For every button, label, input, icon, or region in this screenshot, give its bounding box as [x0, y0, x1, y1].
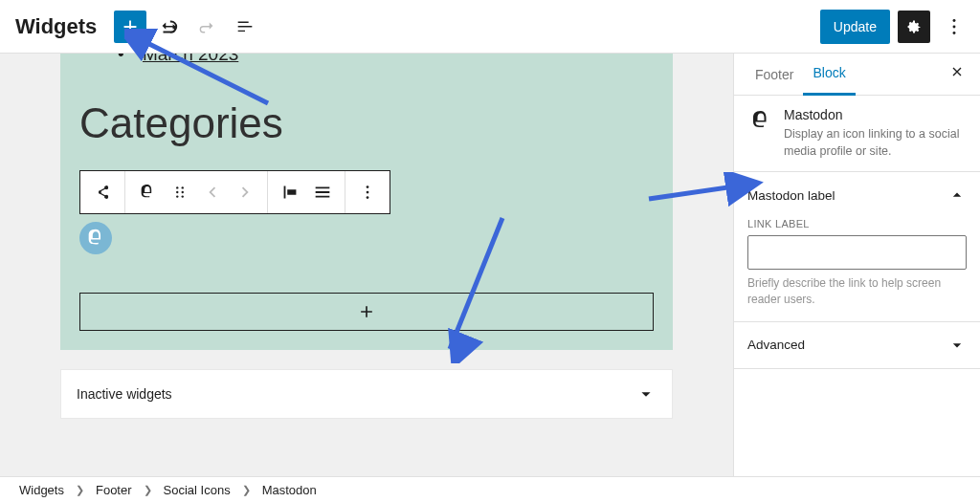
- svg-point-7: [176, 195, 178, 197]
- svg-point-5: [176, 191, 178, 193]
- footer-widget-area: March 2023 Categories: [60, 54, 673, 350]
- categories-heading: Categories: [79, 65, 654, 170]
- toolbar-left-group: [114, 11, 261, 43]
- inactive-widgets-label: Inactive widgets: [77, 386, 172, 402]
- top-toolbar: Widgets Update: [0, 0, 980, 54]
- svg-point-3: [176, 186, 178, 188]
- archive-list-item: March 2023: [79, 54, 654, 65]
- label-panel-header[interactable]: Mastodon label: [734, 172, 980, 218]
- close-icon: [949, 64, 965, 79]
- svg-point-0: [953, 19, 956, 22]
- editor-canvas: March 2023 Categories: [0, 54, 733, 476]
- chevron-down-icon: [635, 383, 657, 404]
- tab-block[interactable]: Block: [803, 54, 855, 96]
- settings-button[interactable]: [898, 11, 930, 43]
- settings-sidebar: Footer Block Mastodon Display an icon li…: [733, 54, 980, 476]
- svg-point-2: [953, 31, 956, 33]
- add-block-appender[interactable]: [79, 293, 654, 331]
- page-title: Widgets: [10, 14, 97, 39]
- link-label-caption: LINK LABEL: [747, 218, 967, 229]
- block-card-title: Mastodon: [784, 107, 967, 122]
- tab-footer[interactable]: Footer: [746, 54, 803, 96]
- svg-point-1: [953, 25, 956, 28]
- advanced-panel-header[interactable]: Advanced: [734, 322, 980, 368]
- mastodon-icon: [747, 107, 774, 134]
- more-vertical-icon: [357, 182, 378, 203]
- redo-icon: [196, 16, 217, 37]
- label-panel: Mastodon label LINK LABEL Briefly descri…: [734, 172, 980, 322]
- list-view-icon: [234, 16, 256, 37]
- crumb-footer[interactable]: Footer: [96, 483, 132, 497]
- move-left-button[interactable]: [196, 176, 229, 208]
- plus-icon: [120, 16, 141, 37]
- archive-link[interactable]: March 2023: [143, 54, 238, 64]
- advanced-panel-title: Advanced: [747, 338, 805, 352]
- crumb-widgets[interactable]: Widgets: [19, 483, 64, 497]
- link-label-help: Briefly describe the link to help screen…: [747, 275, 967, 308]
- chevron-right-icon: ❯: [242, 484, 251, 496]
- svg-point-6: [182, 191, 184, 193]
- inactive-widgets-panel[interactable]: Inactive widgets: [60, 369, 673, 419]
- main-area: March 2023 Categories: [0, 54, 980, 476]
- more-vertical-icon: [944, 16, 965, 37]
- block-card: Mastodon Display an icon linking to a so…: [734, 96, 980, 172]
- block-card-description: Display an icon linking to a social medi…: [784, 126, 967, 160]
- update-button[interactable]: Update: [820, 10, 890, 44]
- close-sidebar-button[interactable]: [946, 60, 969, 88]
- parent-block-button[interactable]: [86, 176, 119, 208]
- drag-handle[interactable]: [164, 176, 196, 208]
- options-button[interactable]: [938, 11, 970, 43]
- svg-point-8: [182, 195, 184, 197]
- toolbar-right-group: Update: [820, 10, 970, 44]
- chevron-left-icon: [202, 182, 223, 203]
- mastodon-social-icon[interactable]: [79, 222, 112, 254]
- align-button[interactable]: [274, 176, 306, 208]
- svg-point-4: [182, 186, 184, 188]
- svg-point-11: [367, 196, 369, 199]
- chevron-right-icon: ❯: [144, 484, 152, 496]
- undo-button[interactable]: [152, 11, 185, 43]
- sidebar-tabs: Footer Block: [734, 54, 980, 96]
- drag-icon: [169, 182, 190, 203]
- svg-point-9: [367, 186, 369, 188]
- chevron-up-icon: [947, 186, 967, 205]
- gear-icon: [903, 16, 924, 37]
- breadcrumb-bar: Widgets ❯ Footer ❯ Social Icons ❯ Mastod…: [0, 476, 980, 502]
- redo-button[interactable]: [190, 11, 223, 43]
- mastodon-icon: [85, 228, 106, 249]
- chevron-down-icon: [947, 336, 967, 355]
- justify-icon: [312, 182, 333, 203]
- undo-icon: [158, 16, 179, 37]
- move-right-button[interactable]: [229, 176, 261, 208]
- share-icon: [92, 182, 113, 203]
- chevron-right-icon: [234, 182, 256, 203]
- advanced-panel: Advanced: [734, 322, 980, 369]
- label-panel-title: Mastodon label: [747, 188, 835, 203]
- block-type-button[interactable]: [131, 176, 164, 208]
- mastodon-icon: [137, 182, 158, 203]
- link-label-input[interactable]: [747, 235, 967, 270]
- block-options-button[interactable]: [351, 176, 384, 208]
- add-block-button[interactable]: [114, 11, 146, 43]
- justify-button[interactable]: [306, 176, 339, 208]
- chevron-right-icon: ❯: [76, 484, 84, 496]
- block-toolbar: [79, 170, 390, 214]
- plus-icon: [357, 302, 376, 321]
- align-left-icon: [279, 182, 301, 203]
- list-view-button[interactable]: [229, 11, 261, 43]
- crumb-mastodon[interactable]: Mastodon: [262, 483, 317, 497]
- svg-point-10: [367, 191, 369, 194]
- crumb-social-icons[interactable]: Social Icons: [164, 483, 231, 497]
